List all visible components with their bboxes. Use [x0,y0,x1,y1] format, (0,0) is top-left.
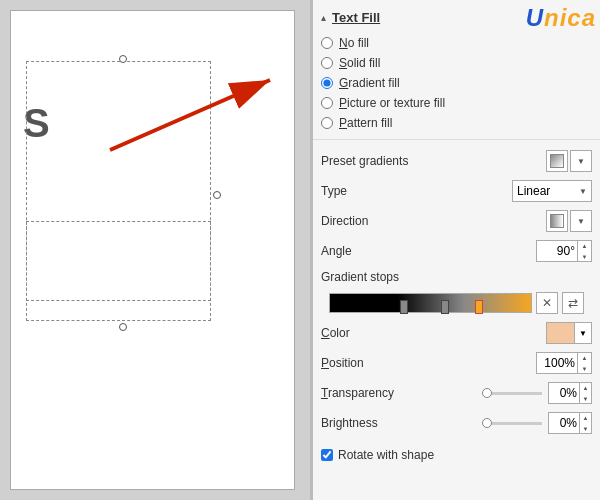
direction-arrow-icon: ▼ [577,217,585,226]
color-control: ▼ [425,322,592,344]
color-dropdown-arrow[interactable]: ▼ [575,323,591,343]
direction-preview [550,214,564,228]
angle-decrement-button[interactable]: ▼ [578,251,591,262]
brightness-spinner[interactable]: ▲ ▼ [548,412,592,434]
picture-fill-option[interactable]: Picture or texture fill [321,93,592,113]
transparency-slider-thumb[interactable] [482,388,492,398]
preset-gradients-button[interactable] [546,150,568,172]
direction-control: ▼ [425,210,592,232]
position-spinner[interactable]: ▲ ▼ [536,352,592,374]
brightness-control: ▲ ▼ [425,412,592,434]
reverse-stops-button[interactable]: ⇄ [562,292,584,314]
brightness-slider-thumb[interactable] [482,418,492,428]
gradient-stop-1[interactable] [400,300,408,314]
position-input[interactable] [537,352,577,374]
transparency-spinner-arrows: ▲ ▼ [579,382,591,404]
gradient-fill-option[interactable]: Gradient fill [321,73,592,93]
resize-handle-right[interactable] [213,191,221,199]
type-dropdown-arrow-icon: ▼ [579,187,587,196]
section-title-text: Text Fill [332,10,380,25]
brightness-spinner-arrows: ▲ ▼ [579,412,591,434]
slide-canvas-area: S [0,0,310,500]
rotate-with-shape-label: Rotate with shape [338,448,434,462]
type-dropdown[interactable]: Linear ▼ [512,180,592,202]
gradient-stop-2[interactable] [441,300,449,314]
gradient-stops-label: Gradient stops [321,270,421,284]
brightness-decrement-button[interactable]: ▼ [580,423,591,434]
direction-button[interactable] [546,210,568,232]
no-fill-radio[interactable] [321,37,333,49]
angle-spinner[interactable]: ▲ ▼ [536,240,592,262]
right-panel-scroll[interactable]: ▴ Text Fill No fill Solid fill Gradient … [313,0,600,500]
gradient-fill-radio[interactable] [321,77,333,89]
pattern-fill-option[interactable]: Pattern fill [321,113,592,133]
brightness-row: Brightness ▲ ▼ [321,408,592,438]
position-label: Position [321,356,421,370]
brightness-label: Brightness [321,416,421,430]
position-decrement-button[interactable]: ▼ [578,363,591,374]
slide-canvas: S [10,10,295,490]
gradient-stops-label-row: Gradient stops [321,266,592,288]
color-arrow-icon: ▼ [579,329,587,338]
brand-u-letter: U [526,4,544,31]
rotate-with-shape-checkbox[interactable] [321,449,333,461]
brand-rest-text: nica [544,4,596,31]
solid-fill-label: Solid fill [339,56,380,70]
picture-fill-label: Picture or texture fill [339,96,445,110]
collapse-triangle-icon[interactable]: ▴ [321,12,326,23]
gradient-bar-container: ✕ ⇄ [321,288,592,318]
dropdown-arrow-icon: ▼ [577,157,585,166]
transparency-increment-button[interactable]: ▲ [580,382,591,393]
solid-fill-option[interactable]: Solid fill [321,53,592,73]
no-fill-label: No fill [339,36,369,50]
gradient-stop-3-active[interactable] [475,300,483,314]
color-preview-swatch [547,323,575,343]
transparency-decrement-button[interactable]: ▼ [580,393,591,404]
type-control: Linear ▼ [425,180,592,202]
delete-icon: ✕ [542,296,552,310]
brand-logo: Unica [526,4,596,32]
fill-type-radio-group: No fill Solid fill Gradient fill Picture… [313,31,600,135]
color-picker-button[interactable]: ▼ [546,322,592,344]
direction-dropdown[interactable]: ▼ [570,210,592,232]
angle-row: Angle ▲ ▼ [321,236,592,266]
resize-handle-bottom[interactable] [119,323,127,331]
position-increment-button[interactable]: ▲ [578,352,591,363]
position-control: ▲ ▼ [425,352,592,374]
pattern-fill-label: Pattern fill [339,116,392,130]
transparency-label: Transparency [321,386,421,400]
color-label: Color [321,326,421,340]
transparency-input[interactable] [549,382,579,404]
brightness-increment-button[interactable]: ▲ [580,412,591,423]
angle-input[interactable] [537,240,577,262]
brightness-slider-row: ▲ ▼ [482,412,592,434]
solid-fill-radio[interactable] [321,57,333,69]
position-spinner-arrows: ▲ ▼ [577,352,591,374]
angle-spinner-arrows: ▲ ▼ [577,240,591,262]
no-fill-option[interactable]: No fill [321,33,592,53]
preset-gradient-preview [550,154,564,168]
brightness-input[interactable] [549,412,579,434]
transparency-spinner[interactable]: ▲ ▼ [548,382,592,404]
gradient-bar[interactable] [329,293,532,313]
resize-handle-top[interactable] [119,55,127,63]
angle-label: Angle [321,244,421,258]
gradient-form-section: Preset gradients ▼ Type Linear ▼ [313,139,600,444]
transparency-slider[interactable] [482,392,542,395]
type-row: Type Linear ▼ [321,176,592,206]
preset-gradients-row: Preset gradients ▼ [321,146,592,176]
preset-gradients-dropdown[interactable]: ▼ [570,150,592,172]
brightness-slider[interactable] [482,422,542,425]
pattern-fill-radio[interactable] [321,117,333,129]
transparency-row: Transparency ▲ ▼ [321,378,592,408]
type-label: Type [321,184,421,198]
direction-row: Direction ▼ [321,206,592,236]
selection-box-inner [26,221,211,301]
delete-stop-button[interactable]: ✕ [536,292,558,314]
angle-increment-button[interactable]: ▲ [578,240,591,251]
picture-fill-radio[interactable] [321,97,333,109]
position-row: Position ▲ ▼ [321,348,592,378]
gradient-fill-label: Gradient fill [339,76,400,90]
preset-gradients-label: Preset gradients [321,154,421,168]
rotate-with-shape-row: Rotate with shape [313,444,600,466]
